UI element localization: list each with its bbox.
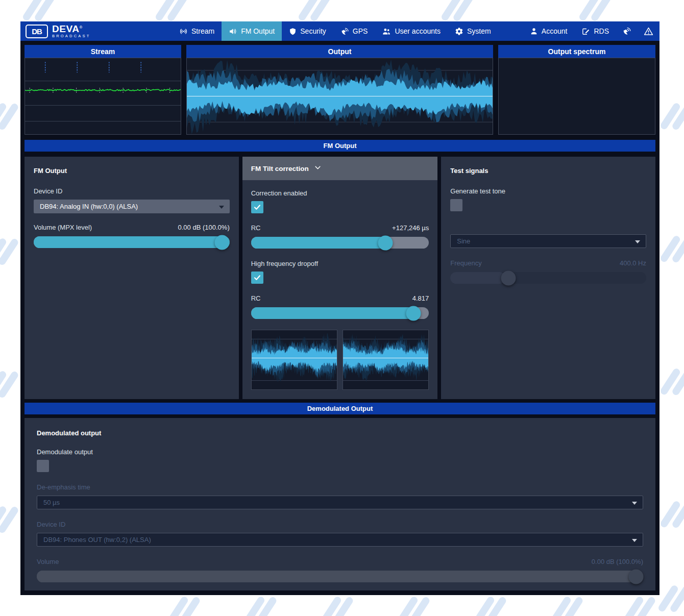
generate-test-tone-label: Generate test tone <box>450 187 646 195</box>
nav-item-user-accounts[interactable]: User accounts <box>375 21 447 41</box>
chevron-down-icon <box>314 164 322 173</box>
panel-title: Test signals <box>450 167 646 175</box>
demodulate-output-checkbox[interactable] <box>37 460 49 472</box>
app-window: DB DEVA® BROADCAST Stream FM Output Secu… <box>20 21 659 595</box>
output-monitor: Output <box>186 45 493 135</box>
volume-value: 0.00 dB (100.0%) <box>592 558 643 565</box>
slider-fill <box>251 237 390 249</box>
nav-item-label: GPS <box>353 27 368 35</box>
monitors-row: Stream Output Output spectrum <box>25 45 655 135</box>
slider-thumb[interactable] <box>378 235 393 250</box>
brand-subtitle: BROADCAST <box>52 34 90 38</box>
tilt-preview-charts <box>251 330 429 390</box>
output-monitor-title: Output <box>186 45 493 58</box>
gear-icon <box>455 27 463 36</box>
warning-icon <box>644 27 653 36</box>
chevron-down-icon <box>219 206 224 209</box>
output-waveform-chart <box>186 58 493 135</box>
panel-title: FM Output <box>34 167 230 175</box>
edit-icon <box>581 27 590 36</box>
rc-dropoff-slider[interactable] <box>251 307 429 319</box>
slider-fill <box>251 307 420 319</box>
tilt-preview-chart-left <box>251 330 337 390</box>
slider-thumb[interactable] <box>628 569 643 584</box>
high-frequency-dropoff-label: High frequency dropoff <box>251 260 429 267</box>
nav-menu: Stream FM Output Security GPS User accou… <box>172 21 498 41</box>
nav-item-system[interactable]: System <box>448 21 498 41</box>
nav-item-fm-output[interactable]: FM Output <box>222 21 282 41</box>
chevron-down-icon <box>632 539 637 542</box>
nav-item-satellite[interactable] <box>616 21 638 41</box>
deva-db-logo-icon: DB <box>26 24 48 38</box>
deemphasis-time-select[interactable]: 50 µs <box>37 496 643 509</box>
nav-item-label: RDS <box>594 27 609 35</box>
volume-label: Volume (MPX level) <box>34 224 92 231</box>
frequency-slider[interactable] <box>450 272 646 284</box>
nav-item-rds[interactable]: RDS <box>574 21 616 41</box>
demodulated-volume-slider[interactable] <box>37 571 643 582</box>
check-icon <box>253 203 261 211</box>
slider-thumb[interactable] <box>215 235 230 250</box>
output-spectrum-chart <box>498 58 655 135</box>
nav-item-account[interactable]: Account <box>523 21 575 41</box>
users-icon <box>382 27 391 36</box>
device-id-select[interactable]: DB94: Analog IN (hw:0,0) (ALSA) <box>34 200 230 213</box>
chevron-down-icon <box>632 502 637 505</box>
device-id-label: Device ID <box>34 187 230 195</box>
panel-title: FM Tilt correction <box>251 165 309 173</box>
nav-item-stream[interactable]: Stream <box>172 21 222 41</box>
slider-thumb[interactable] <box>501 270 516 285</box>
speaker-icon <box>229 27 237 36</box>
device-id-label: Device ID <box>37 521 643 528</box>
rc-slider[interactable] <box>251 237 429 249</box>
main-content: Stream Output Output spectrum FM Output … <box>20 41 659 595</box>
frequency-value: 400.0 Hz <box>620 259 646 267</box>
device-id-value: DB94: Phones OUT (hw:0,2) (ALSA) <box>43 536 151 544</box>
output-spectrum-title: Output spectrum <box>498 45 655 58</box>
frequency-label: Frequency <box>450 259 481 267</box>
nav-item-alerts[interactable] <box>638 21 659 41</box>
generate-test-tone-checkbox[interactable] <box>450 199 462 211</box>
volume-label: Volume <box>37 558 59 565</box>
stream-monitor-title: Stream <box>25 45 181 58</box>
section-title: Demodulated Output <box>307 405 373 412</box>
satellite-dish-icon <box>340 27 349 36</box>
rc-value: +127,246 µs <box>392 224 429 232</box>
nav-item-label: System <box>467 27 491 35</box>
top-nav: DB DEVA® BROADCAST Stream FM Output Secu… <box>20 21 659 41</box>
section-header-fm-output: FM Output <box>25 140 655 152</box>
fm-output-panel: FM Output Device ID DB94: Analog IN (hw:… <box>25 157 239 399</box>
rc-value: 4.817 <box>412 294 429 302</box>
rc-label: RC <box>251 224 261 232</box>
waveform-value: Sine <box>457 237 470 245</box>
fm-tilt-correction-panel: FM Tilt correction Correction enabled RC… <box>242 157 438 399</box>
high-frequency-dropoff-checkbox[interactable] <box>251 272 263 284</box>
nav-item-label: FM Output <box>241 27 275 35</box>
nav-item-label: Account <box>542 27 568 35</box>
correction-enabled-label: Correction enabled <box>251 189 429 197</box>
stream-chart <box>25 58 181 135</box>
test-signals-panel: Test signals Generate test tone Sine Fre… <box>441 157 655 399</box>
slider-fill <box>34 236 230 248</box>
deemphasis-time-label: De-emphasis time <box>37 483 643 491</box>
nav-item-label: Stream <box>191 27 214 35</box>
test-tone-waveform-select[interactable]: Sine <box>450 234 646 248</box>
nav-item-gps[interactable]: GPS <box>333 21 375 41</box>
slider-thumb[interactable] <box>406 306 421 321</box>
tilt-preview-chart-right <box>343 330 429 390</box>
demodulated-device-id-select[interactable]: DB94: Phones OUT (hw:0,2) (ALSA) <box>37 533 643 547</box>
nav-item-security[interactable]: Security <box>282 21 333 41</box>
fm-tilt-correction-body: Correction enabled RC +127,246 µs High f… <box>242 180 438 397</box>
section-header-demodulated-output: Demodulated Output <box>25 403 655 414</box>
satellite-dish-icon <box>622 27 631 36</box>
brand-name: DEVA <box>52 23 79 34</box>
fm-output-panels: FM Output Device ID DB94: Analog IN (hw:… <box>25 157 655 399</box>
brand-logo[interactable]: DB DEVA® BROADCAST <box>20 21 140 41</box>
deemphasis-time-value: 50 µs <box>43 499 60 506</box>
slider-fill <box>450 272 505 284</box>
stream-monitor: Stream <box>25 45 181 135</box>
fm-tilt-correction-header[interactable]: FM Tilt correction <box>242 157 438 180</box>
correction-enabled-checkbox[interactable] <box>251 201 263 213</box>
volume-slider[interactable] <box>34 236 230 248</box>
chevron-down-icon <box>635 240 640 243</box>
